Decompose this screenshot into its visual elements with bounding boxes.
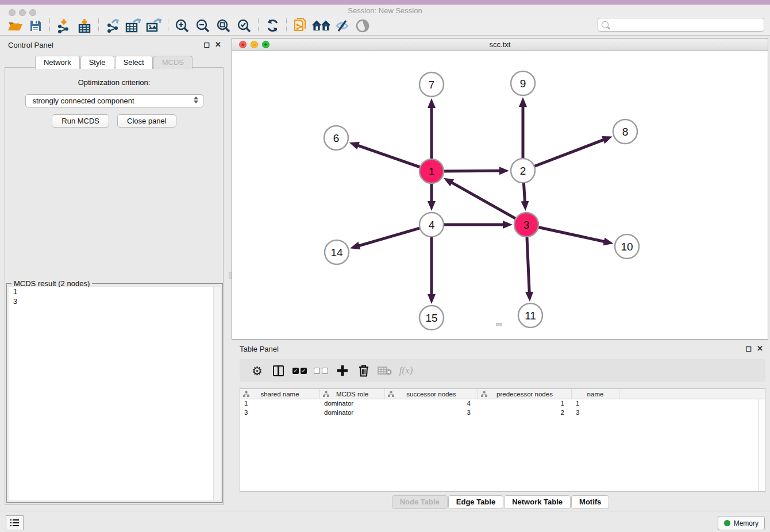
column-header-successor-nodes[interactable]: successor nodes xyxy=(385,389,478,399)
cell-name[interactable]: 3 xyxy=(572,408,619,418)
result-scrollbar[interactable] xyxy=(213,287,221,500)
float-panel-icon[interactable]: ◻ xyxy=(745,344,752,353)
clone-network-icon[interactable] xyxy=(290,17,311,34)
cell-predecessor-nodes[interactable]: 1 xyxy=(478,399,572,408)
delete-table-icon[interactable] xyxy=(374,361,395,380)
table-settings-icon[interactable]: ⚙ xyxy=(247,361,268,380)
add-column-icon[interactable] xyxy=(332,361,353,380)
memory-status-icon xyxy=(724,520,730,526)
memory-button[interactable]: Memory xyxy=(718,516,765,530)
import-network-icon[interactable] xyxy=(53,17,74,34)
list-item[interactable]: 1 xyxy=(9,287,221,297)
export-network-icon[interactable] xyxy=(102,17,123,34)
export-table-icon[interactable] xyxy=(123,17,144,34)
node-label: 9 xyxy=(520,78,526,90)
import-table-icon[interactable] xyxy=(74,17,95,34)
cell-shared-name[interactable]: 3 xyxy=(240,408,320,418)
graph-node-1[interactable]: 1 xyxy=(419,159,444,183)
network-canvas[interactable]: 7968124314101511 xyxy=(232,51,768,339)
tab-style[interactable]: Style xyxy=(80,56,114,69)
tab-mcds[interactable]: MCDS xyxy=(153,56,192,69)
column-header-predecessor-nodes[interactable]: predecessor nodes xyxy=(478,389,572,399)
edge-2-8[interactable] xyxy=(533,136,613,167)
edge-2-3[interactable] xyxy=(521,182,529,211)
column-header-name[interactable]: name xyxy=(572,389,619,399)
network-window: × − + scc.txt 7968124314101511 xyxy=(232,38,768,340)
first-neighbors-icon[interactable] xyxy=(311,17,332,34)
graph-node-9[interactable]: 9 xyxy=(511,71,535,95)
tab-node-table[interactable]: Node Table xyxy=(392,495,448,509)
graph-node-2[interactable]: 2 xyxy=(511,159,535,183)
column-header-shared-name[interactable]: shared name xyxy=(240,389,320,399)
graph-node-11[interactable]: 11 xyxy=(518,303,542,327)
run-mcds-button[interactable]: Run MCDS xyxy=(52,114,109,128)
graph-node-14[interactable]: 14 xyxy=(325,240,349,264)
open-session-icon[interactable] xyxy=(5,17,25,34)
save-session-icon[interactable] xyxy=(25,17,46,34)
edge-4-14[interactable] xyxy=(350,228,421,249)
column-type-icon xyxy=(388,391,394,397)
edge-3-10[interactable] xyxy=(537,227,614,245)
cell-name[interactable]: 1 xyxy=(572,399,619,408)
delete-column-icon[interactable] xyxy=(353,361,374,380)
graph-node-10[interactable]: 10 xyxy=(615,234,639,259)
table-scrollbar[interactable] xyxy=(758,399,765,491)
tab-network[interactable]: Network xyxy=(35,56,80,69)
edge-3-1[interactable] xyxy=(444,178,517,219)
search-input[interactable] xyxy=(611,21,764,29)
zoom-in-icon[interactable] xyxy=(172,17,192,34)
hide-selected-icon[interactable] xyxy=(332,17,352,34)
graph-node-7[interactable]: 7 xyxy=(419,72,444,97)
titlebar[interactable]: Session: New Session xyxy=(0,5,770,16)
edge-4-15[interactable] xyxy=(428,236,436,304)
zoom-fit-icon[interactable] xyxy=(213,17,234,34)
edge-3-11[interactable] xyxy=(525,236,533,302)
edge-2-9[interactable] xyxy=(519,97,527,160)
cell-shared-name[interactable]: 1 xyxy=(240,399,320,408)
table-row[interactable]: 3 dominator 3 2 3 xyxy=(240,408,765,418)
list-item[interactable]: 3 xyxy=(9,297,221,307)
graph-node-3[interactable]: 3 xyxy=(514,213,538,237)
tab-edge-table[interactable]: Edge Table xyxy=(448,495,503,509)
node-label: 4 xyxy=(429,219,435,231)
export-image-icon[interactable] xyxy=(144,17,164,34)
graph-node-4[interactable]: 4 xyxy=(419,213,444,237)
criterion-select[interactable]: strongly connected component xyxy=(25,94,203,107)
edge-1-6[interactable] xyxy=(349,142,421,168)
canvas-splitter-handle[interactable] xyxy=(496,323,502,326)
zoom-out-icon[interactable] xyxy=(192,17,213,34)
zoom-selected-icon[interactable] xyxy=(234,17,255,34)
node-label: 10 xyxy=(621,241,633,253)
mcds-result-list[interactable]: 1 3 xyxy=(9,287,221,500)
close-panel-icon[interactable]: ✕ xyxy=(215,40,221,49)
close-panel-button[interactable]: Close panel xyxy=(117,114,176,128)
select-all-columns-icon[interactable]: ✓✓ xyxy=(289,361,310,380)
show-task-history-button[interactable] xyxy=(6,515,24,530)
split-columns-icon[interactable] xyxy=(268,361,289,380)
graph-node-6[interactable]: 6 xyxy=(324,126,348,150)
edge-1-2[interactable] xyxy=(442,167,509,175)
tab-motifs[interactable]: Motifs xyxy=(571,495,609,509)
refresh-layout-icon[interactable] xyxy=(262,17,283,34)
show-all-icon[interactable] xyxy=(352,17,373,34)
function-builder-icon[interactable]: f(x) xyxy=(395,361,417,380)
graph-node-15[interactable]: 15 xyxy=(419,306,444,330)
node-label: 3 xyxy=(523,219,530,231)
float-panel-icon[interactable]: ◻ xyxy=(203,40,210,49)
edge-1-7[interactable] xyxy=(428,98,436,160)
cell-mcds-role[interactable]: dominator xyxy=(320,408,385,418)
column-header-mcds-role[interactable]: MCDS role xyxy=(320,389,385,399)
network-window-titlebar[interactable]: × − + scc.txt xyxy=(232,38,768,51)
close-panel-icon[interactable]: ✕ xyxy=(757,344,763,353)
tab-network-table[interactable]: Network Table xyxy=(504,495,571,509)
tab-select[interactable]: Select xyxy=(115,56,153,69)
cell-mcds-role[interactable]: dominator xyxy=(320,399,385,408)
edge-4-3[interactable] xyxy=(442,221,513,229)
cell-predecessor-nodes[interactable]: 2 xyxy=(478,408,572,418)
deselect-all-columns-icon[interactable] xyxy=(310,361,332,380)
cell-successor-nodes[interactable]: 3 xyxy=(385,408,478,418)
table-row[interactable]: 1 dominator 4 1 1 xyxy=(240,399,765,408)
graph-node-8[interactable]: 8 xyxy=(613,119,637,144)
edge-1-4[interactable] xyxy=(428,182,436,211)
cell-successor-nodes[interactable]: 4 xyxy=(385,399,478,408)
